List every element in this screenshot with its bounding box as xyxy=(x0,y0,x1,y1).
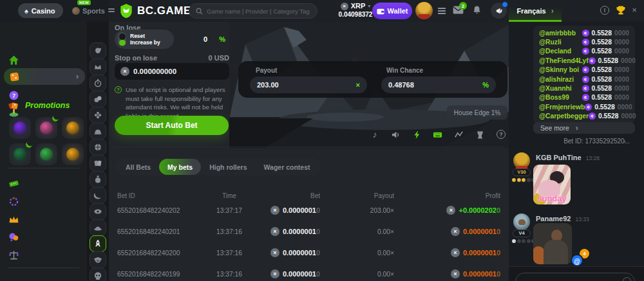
winner-username[interactable]: @TheFiend4Lyf xyxy=(539,57,589,64)
stop-on-lose-input[interactable]: × 0.000000000 xyxy=(115,63,229,80)
game-shortcut-monkey[interactable] xyxy=(90,251,106,268)
promo-tile-zen[interactable] xyxy=(62,143,84,165)
game-shortcut-rocket[interactable] xyxy=(90,235,106,252)
user-avatar[interactable] xyxy=(415,2,433,19)
music-button[interactable]: ♪ xyxy=(368,128,381,141)
start-auto-bet-button[interactable]: Start Auto Bet xyxy=(115,116,229,135)
promo-tile-leaf[interactable] xyxy=(9,143,31,165)
winner-row[interactable]: @amirbbbb ¢ 0.55280000 xyxy=(539,28,629,37)
bell-icon[interactable] xyxy=(472,5,484,17)
tab-my-bets[interactable]: My bets xyxy=(159,159,201,175)
winner-username[interactable]: @amirbbbb xyxy=(539,30,576,37)
game-shortcut-grenade[interactable] xyxy=(90,171,106,188)
game-shortcut-hat[interactable] xyxy=(90,219,106,236)
sound-button[interactable] xyxy=(390,128,402,141)
chat-info-icon[interactable]: ! xyxy=(600,6,609,15)
trends-button[interactable] xyxy=(453,128,466,141)
bolt-button[interactable] xyxy=(410,128,423,141)
winner-username[interactable]: @Boss99 xyxy=(539,94,569,101)
promo-tile-piggy-bank[interactable] xyxy=(62,117,84,139)
payout-input[interactable]: 203.00 × xyxy=(250,77,367,93)
hotkeys-button[interactable] xyxy=(431,128,444,141)
winner-row[interactable]: @Carpetbegger ¢ 0.55280000 xyxy=(539,112,629,121)
game-shortcut-ball[interactable] xyxy=(90,139,106,156)
winner-username[interactable]: @Skinny boi xyxy=(539,66,579,73)
winner-row[interactable]: @Ruzli ¢ 0.55280000 xyxy=(539,37,629,46)
close-chat-icon[interactable]: × xyxy=(630,5,639,15)
mail-icon[interactable]: 2 xyxy=(453,5,464,17)
chat-toggle-icon[interactable] xyxy=(491,3,507,19)
win-chance-input[interactable]: 0.48768 % xyxy=(381,77,496,93)
winner-username[interactable]: @Carpetbegger xyxy=(539,113,589,120)
promo-tile-spiral-target[interactable] xyxy=(9,117,31,139)
mention-reaction-icon[interactable]: @ xyxy=(571,254,583,267)
avatar[interactable] xyxy=(513,213,530,230)
game-shortcut-crown[interactable] xyxy=(90,59,106,75)
chat-username[interactable]: KGB PuhTine xyxy=(536,154,582,161)
winner-row[interactable]: @TheFiend4Lyf ¢ 0.55280000 xyxy=(539,56,629,65)
bc-game-logo[interactable]: BC.GAME xyxy=(119,3,191,19)
sidebar-item-bc-originals[interactable]: › xyxy=(4,68,85,85)
winner-username[interactable]: @Xuannhi xyxy=(539,85,572,92)
winner-username[interactable]: @Frmjenriewb xyxy=(539,104,585,111)
chat-input[interactable] xyxy=(515,273,635,281)
trophy-icon[interactable] xyxy=(616,5,626,15)
game-shortcut-skull[interactable] xyxy=(90,267,106,281)
winner-row[interactable]: @Frmjenriewb ¢ 0.55280000 xyxy=(539,102,629,111)
emoji-picker-icon[interactable] xyxy=(623,277,631,281)
game-shortcut-timer[interactable] xyxy=(90,75,106,91)
bet-row[interactable]: 65520168482240202 13:37:17 ×0.00000010 2… xyxy=(109,200,509,221)
winner-row[interactable]: @Boss99 ¢ 0.55280000 xyxy=(539,93,629,102)
account-menu-icon[interactable] xyxy=(438,8,446,14)
promo-tile-prize-wheel[interactable] xyxy=(35,117,57,139)
chat-image[interactable] xyxy=(533,223,572,264)
casino-toggle[interactable]: ♠ Casino xyxy=(18,3,63,18)
game-shortcut-helmet[interactable] xyxy=(90,123,106,140)
game-shortcut-fist[interactable] xyxy=(90,42,106,59)
chevron-right-icon[interactable]: › xyxy=(623,137,626,145)
bet-row[interactable]: 65520168482240201 13:37:16 ×0.00000010 0… xyxy=(109,221,509,242)
winner-row[interactable]: @Xuannhi ¢ 0.55280000 xyxy=(539,84,629,93)
sidebar-item-affiliate[interactable] xyxy=(0,194,87,209)
strategy-button[interactable] xyxy=(473,128,486,141)
sidebar-item-lottery[interactable] xyxy=(0,176,87,191)
wallet-button[interactable]: Wallet xyxy=(372,3,412,19)
chat-image[interactable]: sunday xyxy=(533,165,571,204)
increase-by-option[interactable]: Increase by xyxy=(130,39,160,46)
see-more-button[interactable]: See more › xyxy=(533,122,635,134)
winner-row[interactable]: @Decland ¢ 0.55280000 xyxy=(539,47,629,56)
sidebar-item-provably-fair[interactable] xyxy=(0,247,87,262)
bet-row[interactable]: 65520168482240199 13:37:16 ×0.00000010 0… xyxy=(109,264,509,281)
on-lose-toggle[interactable]: Reset Increase by xyxy=(115,30,174,49)
game-shortcut-eye[interactable] xyxy=(90,203,106,220)
winner-row[interactable]: @alishirazi ¢ 0.55280000 xyxy=(539,75,629,84)
tab-high-rollers[interactable]: High rollers xyxy=(201,158,255,176)
tab-wager-contest[interactable]: Wager contest xyxy=(256,158,319,176)
reset-option[interactable]: Reset xyxy=(130,33,160,39)
menu-toggle-icon[interactable] xyxy=(108,8,115,14)
avatar[interactable] xyxy=(513,152,530,169)
winner-row[interactable]: @Skinny boi ¢ 0.55280000 xyxy=(539,66,629,75)
game-shortcut-banana[interactable] xyxy=(90,187,106,204)
chat-username[interactable]: Paname92 xyxy=(536,215,571,222)
search-input[interactable] xyxy=(207,8,310,15)
tab-all-bets[interactable]: All Bets xyxy=(117,158,159,176)
cards-game-icon xyxy=(93,159,102,168)
help-button[interactable]: ? xyxy=(495,128,507,141)
game-shortcut-coins[interactable] xyxy=(90,91,106,107)
bet-id-link[interactable]: Bet ID: 17335292520... xyxy=(533,138,630,145)
bet-row[interactable]: 65520168482240200 13:37:16 ×0.00000010 0… xyxy=(109,242,509,263)
promo-tile-cash[interactable] xyxy=(35,143,57,165)
sidebar-item-vip-club[interactable] xyxy=(0,212,87,227)
language-selector[interactable]: Français › xyxy=(509,0,562,22)
winner-username[interactable]: @Decland xyxy=(539,48,571,55)
sidebar-item-forum[interactable] xyxy=(0,229,87,244)
winner-username[interactable]: @alishirazi xyxy=(539,76,574,83)
sports-toggle[interactable]: NEW Sports xyxy=(72,3,105,18)
winner-username[interactable]: @Ruzli xyxy=(539,39,562,46)
game-shortcut-flower[interactable] xyxy=(90,107,106,123)
sidebar-item-home[interactable] xyxy=(0,52,87,68)
sidebar-item-promotions[interactable]: Promotions xyxy=(0,98,87,113)
increase-value[interactable]: 0 xyxy=(204,35,207,43)
game-shortcut-cards[interactable] xyxy=(90,155,106,172)
